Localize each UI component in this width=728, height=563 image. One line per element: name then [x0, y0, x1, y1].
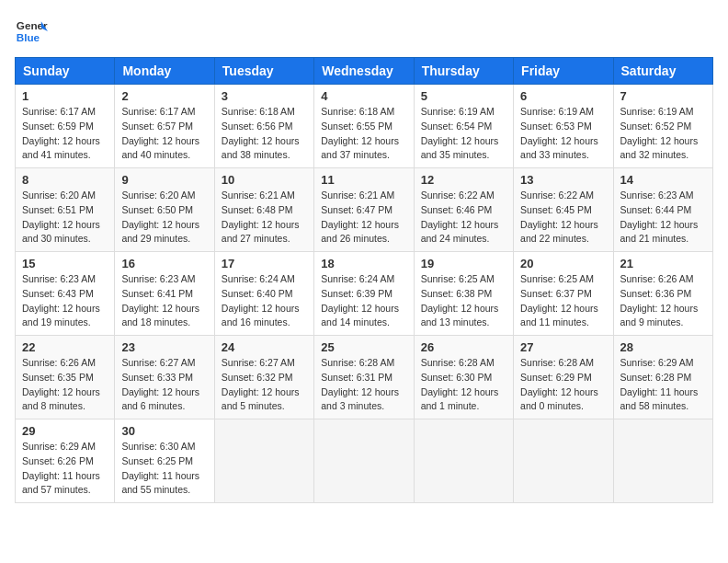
calendar-cell — [613, 419, 712, 503]
calendar-cell: 22 Sunrise: 6:26 AM Sunset: 6:35 PM Dayl… — [16, 336, 115, 419]
day-number: 18 — [321, 257, 406, 270]
day-info: Sunrise: 6:18 AM Sunset: 6:56 PM Dayligh… — [222, 105, 307, 163]
day-number: 28 — [620, 340, 706, 354]
calendar-cell: 2 Sunrise: 6:17 AM Sunset: 6:57 PM Dayli… — [115, 85, 214, 168]
day-number: 23 — [121, 340, 207, 354]
calendar-cell: 26 Sunrise: 6:28 AM Sunset: 6:30 PM Dayl… — [414, 336, 513, 419]
day-number: 24 — [222, 340, 307, 354]
calendar-body: 1 Sunrise: 6:17 AM Sunset: 6:59 PM Dayli… — [16, 85, 713, 503]
day-number: 29 — [22, 424, 108, 438]
day-number: 30 — [121, 424, 207, 438]
day-number: 9 — [121, 173, 207, 187]
day-number: 3 — [222, 89, 307, 103]
weekday-header-monday: Monday — [115, 58, 214, 85]
day-info: Sunrise: 6:29 AM Sunset: 6:28 PM Dayligh… — [620, 356, 706, 414]
weekday-header-wednesday: Wednesday — [314, 58, 414, 85]
weekday-header-tuesday: Tuesday — [214, 58, 313, 85]
day-number: 21 — [620, 257, 706, 270]
logo-icon: General Blue — [15, 15, 48, 48]
day-info: Sunrise: 6:28 AM Sunset: 6:31 PM Dayligh… — [321, 356, 406, 414]
day-number: 11 — [321, 173, 406, 187]
calendar-cell: 12 Sunrise: 6:22 AM Sunset: 6:46 PM Dayl… — [414, 168, 513, 252]
calendar-cell: 28 Sunrise: 6:29 AM Sunset: 6:28 PM Dayl… — [613, 336, 712, 419]
calendar-cell: 6 Sunrise: 6:19 AM Sunset: 6:53 PM Dayli… — [514, 85, 613, 168]
logo: General Blue — [15, 15, 48, 48]
calendar-week-2: 8 Sunrise: 6:20 AM Sunset: 6:51 PM Dayli… — [16, 168, 713, 252]
day-number: 16 — [121, 257, 207, 270]
day-info: Sunrise: 6:21 AM Sunset: 6:47 PM Dayligh… — [321, 189, 406, 247]
day-number: 12 — [421, 173, 506, 187]
day-info: Sunrise: 6:24 AM Sunset: 6:40 PM Dayligh… — [222, 272, 307, 330]
day-info: Sunrise: 6:30 AM Sunset: 6:25 PM Dayligh… — [121, 440, 207, 498]
calendar-cell: 9 Sunrise: 6:20 AM Sunset: 6:50 PM Dayli… — [115, 168, 214, 252]
day-info: Sunrise: 6:26 AM Sunset: 6:35 PM Dayligh… — [22, 356, 108, 414]
calendar-cell: 14 Sunrise: 6:23 AM Sunset: 6:44 PM Dayl… — [613, 168, 712, 252]
day-info: Sunrise: 6:26 AM Sunset: 6:36 PM Dayligh… — [620, 272, 706, 330]
svg-text:Blue: Blue — [17, 31, 40, 43]
day-info: Sunrise: 6:29 AM Sunset: 6:26 PM Dayligh… — [22, 440, 108, 498]
calendar-cell: 13 Sunrise: 6:22 AM Sunset: 6:45 PM Dayl… — [514, 168, 613, 252]
day-number: 2 — [121, 89, 207, 103]
calendar-cell: 16 Sunrise: 6:23 AM Sunset: 6:41 PM Dayl… — [115, 252, 214, 336]
weekday-header-sunday: Sunday — [16, 58, 115, 85]
calendar-week-3: 15 Sunrise: 6:23 AM Sunset: 6:43 PM Dayl… — [16, 252, 713, 336]
day-info: Sunrise: 6:19 AM Sunset: 6:54 PM Dayligh… — [421, 105, 506, 163]
day-info: Sunrise: 6:19 AM Sunset: 6:52 PM Dayligh… — [620, 105, 706, 163]
day-info: Sunrise: 6:18 AM Sunset: 6:55 PM Dayligh… — [321, 105, 406, 163]
calendar-cell: 19 Sunrise: 6:25 AM Sunset: 6:38 PM Dayl… — [414, 252, 513, 336]
calendar-cell: 17 Sunrise: 6:24 AM Sunset: 6:40 PM Dayl… — [214, 252, 313, 336]
day-info: Sunrise: 6:19 AM Sunset: 6:53 PM Dayligh… — [520, 105, 606, 163]
calendar-week-5: 29 Sunrise: 6:29 AM Sunset: 6:26 PM Dayl… — [16, 419, 713, 503]
day-number: 17 — [222, 257, 307, 270]
calendar-cell — [514, 419, 613, 503]
calendar-cell: 3 Sunrise: 6:18 AM Sunset: 6:56 PM Dayli… — [214, 85, 313, 168]
day-info: Sunrise: 6:24 AM Sunset: 6:39 PM Dayligh… — [321, 272, 406, 330]
calendar-cell: 8 Sunrise: 6:20 AM Sunset: 6:51 PM Dayli… — [16, 168, 115, 252]
day-number: 7 — [620, 89, 706, 103]
day-info: Sunrise: 6:17 AM Sunset: 6:59 PM Dayligh… — [22, 105, 108, 163]
day-info: Sunrise: 6:23 AM Sunset: 6:41 PM Dayligh… — [121, 272, 207, 330]
day-number: 4 — [321, 89, 406, 103]
calendar-week-1: 1 Sunrise: 6:17 AM Sunset: 6:59 PM Dayli… — [16, 85, 713, 168]
day-info: Sunrise: 6:22 AM Sunset: 6:45 PM Dayligh… — [520, 189, 606, 247]
calendar-cell: 29 Sunrise: 6:29 AM Sunset: 6:26 PM Dayl… — [16, 419, 115, 503]
calendar-cell: 5 Sunrise: 6:19 AM Sunset: 6:54 PM Dayli… — [414, 85, 513, 168]
calendar-week-4: 22 Sunrise: 6:26 AM Sunset: 6:35 PM Dayl… — [16, 336, 713, 419]
day-number: 14 — [620, 173, 706, 187]
day-info: Sunrise: 6:28 AM Sunset: 6:30 PM Dayligh… — [421, 356, 506, 414]
day-number: 22 — [22, 340, 108, 354]
day-number: 20 — [520, 257, 606, 270]
calendar-cell: 21 Sunrise: 6:26 AM Sunset: 6:36 PM Dayl… — [613, 252, 712, 336]
calendar-cell: 23 Sunrise: 6:27 AM Sunset: 6:33 PM Dayl… — [115, 336, 214, 419]
weekday-header-thursday: Thursday — [414, 58, 513, 85]
day-number: 8 — [22, 173, 108, 187]
day-number: 25 — [321, 340, 406, 354]
calendar-cell: 4 Sunrise: 6:18 AM Sunset: 6:55 PM Dayli… — [314, 85, 414, 168]
calendar-cell: 1 Sunrise: 6:17 AM Sunset: 6:59 PM Dayli… — [16, 85, 115, 168]
weekday-header-row: SundayMondayTuesdayWednesdayThursdayFrid… — [16, 58, 713, 85]
calendar-cell: 27 Sunrise: 6:28 AM Sunset: 6:29 PM Dayl… — [514, 336, 613, 419]
calendar-cell — [414, 419, 513, 503]
day-number: 1 — [22, 89, 108, 103]
day-info: Sunrise: 6:23 AM Sunset: 6:43 PM Dayligh… — [22, 272, 108, 330]
day-info: Sunrise: 6:25 AM Sunset: 6:37 PM Dayligh… — [520, 272, 606, 330]
calendar-cell — [314, 419, 414, 503]
day-number: 6 — [520, 89, 606, 103]
day-info: Sunrise: 6:25 AM Sunset: 6:38 PM Dayligh… — [421, 272, 506, 330]
weekday-header-friday: Friday — [514, 58, 613, 85]
calendar-cell: 15 Sunrise: 6:23 AM Sunset: 6:43 PM Dayl… — [16, 252, 115, 336]
page-header: General Blue — [15, 15, 713, 48]
calendar-cell: 18 Sunrise: 6:24 AM Sunset: 6:39 PM Dayl… — [314, 252, 414, 336]
day-number: 19 — [421, 257, 506, 270]
day-info: Sunrise: 6:28 AM Sunset: 6:29 PM Dayligh… — [520, 356, 606, 414]
day-info: Sunrise: 6:20 AM Sunset: 6:51 PM Dayligh… — [22, 189, 108, 247]
day-number: 27 — [520, 340, 606, 354]
day-info: Sunrise: 6:22 AM Sunset: 6:46 PM Dayligh… — [421, 189, 506, 247]
calendar-cell — [214, 419, 313, 503]
calendar-cell: 7 Sunrise: 6:19 AM Sunset: 6:52 PM Dayli… — [613, 85, 712, 168]
day-number: 26 — [421, 340, 506, 354]
calendar-cell: 20 Sunrise: 6:25 AM Sunset: 6:37 PM Dayl… — [514, 252, 613, 336]
day-number: 15 — [22, 257, 108, 270]
calendar-cell: 24 Sunrise: 6:27 AM Sunset: 6:32 PM Dayl… — [214, 336, 313, 419]
calendar-table: SundayMondayTuesdayWednesdayThursdayFrid… — [15, 57, 713, 503]
